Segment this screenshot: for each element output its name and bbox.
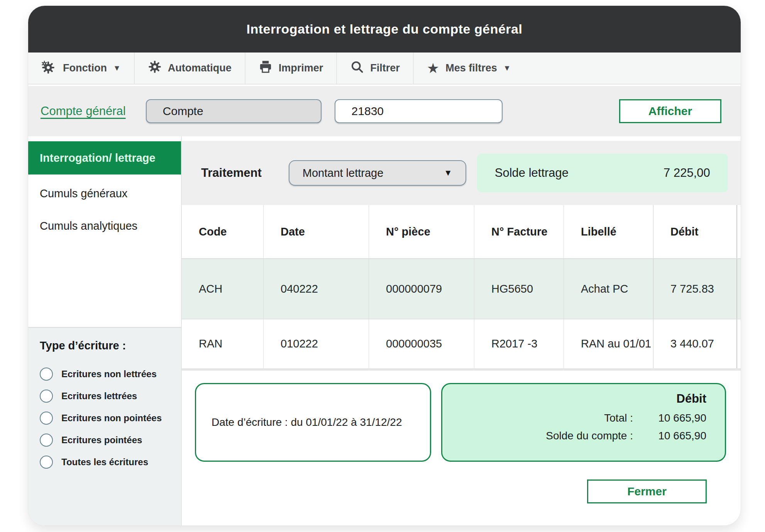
sidebar-spacer (28, 239, 181, 327)
toolbar-imprimer-button[interactable]: Imprimer (245, 53, 337, 84)
compte-field-button[interactable]: Compte (146, 99, 322, 123)
tab-cumuls-analytiques[interactable]: Cumuls analytiques (28, 212, 181, 239)
caret-down-icon: ▼ (444, 168, 452, 178)
debit-header: Débit (677, 392, 707, 406)
cell-numero-facture: R2017 -3 (474, 319, 564, 368)
toolbar-fonction-label: Fonction (63, 62, 107, 74)
date-range-text: Date d’écriture : du 01/01/22 à 31/12/22 (212, 416, 402, 429)
radio-circle-icon[interactable] (40, 456, 53, 469)
type-ecriture-panel: Type d’écriture : Ecritures non lettrées… (28, 327, 181, 525)
tab-interrogation-lettrage[interactable]: Interrogation/ lettrage (28, 141, 181, 175)
table-row[interactable]: RAN 010222 000000035 R2017 -3 RAN au 01/… (182, 319, 741, 368)
toolbar-automatique-button[interactable]: Automatique (135, 53, 245, 84)
cell-date: 040222 (264, 259, 369, 319)
cell-numero-piece: 000000035 (369, 319, 474, 368)
cell-code: RAN (182, 319, 264, 368)
solde-lettrage-value: 7 225,00 (663, 166, 710, 180)
treatment-dropdown-value: Montant lettrage (303, 167, 384, 180)
table-row[interactable]: ACH 040222 000000079 HG5650 Achat PC 7 7… (182, 259, 741, 319)
compte-general-link[interactable]: Compte général (41, 104, 126, 118)
cell-libelle: Achat PC (564, 259, 653, 319)
total-label: Total : (604, 412, 633, 424)
toolbar-mes-filtres-button[interactable]: ★ Mes filtres ▼ (414, 53, 524, 84)
toolbar-filtrer-label: Filtrer (370, 62, 400, 74)
cell-date: 010222 (264, 319, 369, 368)
star-icon: ★ (427, 61, 439, 75)
header-libelle: Libellé (564, 205, 653, 258)
search-icon (350, 60, 364, 76)
main-area: Interrogation/ lettrage Cumuls généraux … (28, 136, 741, 525)
entries-table: Code Date N° pièce N° Facture Libellé Dé… (182, 205, 741, 368)
toolbar-filtrer-button[interactable]: Filtrer (337, 53, 413, 84)
radio-ecritures-pointees[interactable]: Ecritures pointées (40, 429, 171, 451)
gear-icon (148, 60, 162, 76)
caret-down-icon: ▼ (503, 64, 511, 73)
toolbar: Fonction ▼ (28, 53, 741, 85)
footer: Fermer (182, 479, 741, 503)
cell-numero-facture: HG5650 (474, 259, 564, 319)
radio-label: Ecritures lettrées (61, 391, 137, 402)
debit-totals-box: Débit Total : 10 665,90 Solde du compte … (441, 383, 726, 462)
radio-label: Ecritures non pointées (61, 413, 162, 424)
radio-label: Ecritures non lettrées (61, 369, 157, 380)
cell-code: ACH (182, 259, 264, 319)
table-bottom-divider (182, 368, 741, 371)
toolbar-mes-filtres-label: Mes filtres (445, 62, 497, 74)
content-area: Traitement Montant lettrage ▼ Solde lett… (182, 136, 741, 525)
gears-icon (41, 61, 57, 76)
gear-small-icon (41, 61, 47, 67)
treatment-label: Traitement (201, 166, 262, 180)
toolbar-imprimer-label: Imprimer (279, 62, 323, 74)
cell-libelle: RAN au 01/01 (564, 319, 653, 368)
toolbar-automatique-label: Automatique (168, 62, 232, 74)
app-window: Interrogation et lettrage du compte géné… (28, 5, 741, 526)
type-ecriture-title: Type d’écriture : (40, 339, 171, 352)
summary-row: Date d’écriture : du 01/01/22 à 31/12/22… (182, 383, 741, 462)
header-code: Code (182, 205, 264, 258)
radio-circle-icon[interactable] (40, 390, 53, 403)
radio-circle-icon[interactable] (40, 368, 53, 381)
radio-label: Toutes les écritures (61, 457, 148, 468)
treatment-bar: Traitement Montant lettrage ▼ Solde lett… (182, 141, 741, 205)
cell-debit: 3 440.07 (653, 319, 737, 368)
radio-toutes-les-ecritures[interactable]: Toutes les écritures (40, 451, 171, 473)
toolbar-fonction-button[interactable]: Fonction ▼ (28, 53, 134, 84)
cell-numero-piece: 000000079 (369, 259, 474, 319)
header-debit: Débit (653, 205, 737, 258)
solde-lettrage-label: Solde lettrage (495, 166, 569, 180)
radio-circle-icon[interactable] (40, 412, 53, 425)
fermer-button[interactable]: Fermer (587, 479, 707, 503)
afficher-button[interactable]: Afficher (619, 99, 721, 123)
total-value: 10 665,90 (633, 412, 706, 424)
sidebar: Interrogation/ lettrage Cumuls généraux … (28, 136, 182, 525)
window-title: Interrogation et lettrage du compte géné… (247, 22, 523, 37)
radio-label: Ecritures pointées (61, 435, 142, 446)
caret-down-icon: ▼ (113, 64, 121, 73)
solde-compte-label: Solde du compte : (546, 430, 633, 442)
total-line: Total : 10 665,90 (604, 412, 706, 424)
header-date: Date (264, 205, 369, 258)
radio-circle-icon[interactable] (40, 434, 53, 447)
solde-compte-line: Solde du compte : 10 665,90 (546, 430, 706, 442)
solde-lettrage-panel: Solde lettrage 7 225,00 (477, 154, 728, 192)
cell-debit: 7 725.83 (653, 259, 737, 319)
header-numero-piece: N° pièce (369, 205, 474, 258)
radio-ecritures-non-lettrees[interactable]: Ecritures non lettrées (40, 363, 171, 385)
account-number-input[interactable] (335, 99, 503, 123)
radio-ecritures-non-pointees[interactable]: Ecritures non pointées (40, 407, 171, 429)
page: Interrogation et lettrage du compte géné… (0, 0, 765, 532)
table-header-row: Code Date N° pièce N° Facture Libellé Dé… (182, 205, 741, 259)
printer-icon (259, 60, 272, 76)
title-bar: Interrogation et lettrage du compte géné… (28, 6, 741, 53)
header-numero-facture: N° Facture (474, 205, 564, 258)
radio-ecritures-lettrees[interactable]: Ecritures lettrées (40, 385, 171, 407)
tab-cumuls-generaux[interactable]: Cumuls généraux (28, 180, 181, 207)
date-range-box: Date d’écriture : du 01/01/22 à 31/12/22 (195, 383, 431, 462)
treatment-dropdown[interactable]: Montant lettrage ▼ (289, 160, 466, 186)
solde-compte-value: 10 665,90 (633, 430, 706, 442)
account-bar: Compte général Compte Afficher (28, 86, 741, 136)
